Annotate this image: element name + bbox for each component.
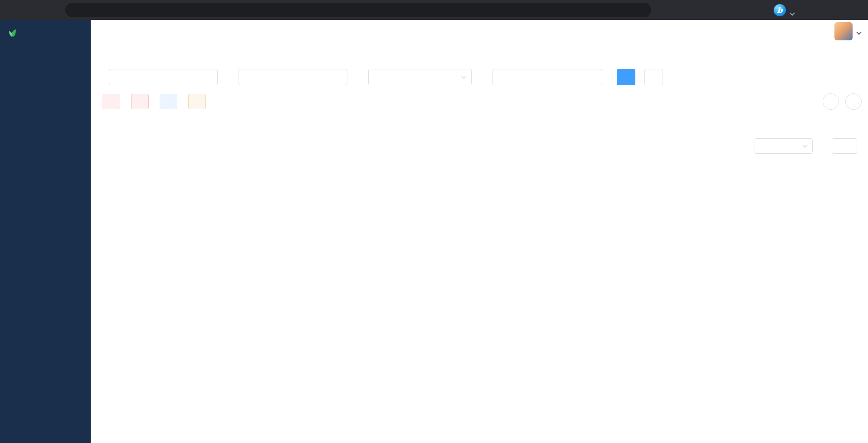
- topbar-actions: [739, 22, 861, 40]
- collapse-sidebar-icon[interactable]: [102, 24, 115, 38]
- font-size-icon[interactable]: [815, 26, 826, 37]
- username-input[interactable]: [239, 69, 347, 85]
- favorites-icon[interactable]: [694, 1, 712, 19]
- browser-home-icon[interactable]: [43, 1, 61, 19]
- pagination: [102, 138, 862, 154]
- table-toolbar: [102, 93, 862, 110]
- collections-icon[interactable]: [713, 1, 731, 19]
- back-icon[interactable]: [5, 1, 23, 19]
- toggle-search-button[interactable]: [823, 93, 839, 110]
- page-content: [91, 61, 868, 443]
- clear-button[interactable]: [131, 94, 149, 109]
- refresh-table-button[interactable]: [845, 93, 862, 110]
- chevron-down-icon[interactable]: [790, 10, 795, 15]
- login-time-range-picker[interactable]: [493, 69, 602, 85]
- search-button[interactable]: [617, 69, 635, 85]
- browser-profile-icon[interactable]: [732, 1, 750, 19]
- unlock-button[interactable]: [160, 94, 177, 109]
- sidebar: [0, 20, 91, 443]
- read-aloud-icon[interactable]: [600, 4, 616, 16]
- address-bar[interactable]: [65, 3, 651, 17]
- help-icon[interactable]: [777, 26, 788, 37]
- chevron-down-icon: [461, 73, 466, 78]
- avatar[interactable]: [834, 22, 853, 40]
- browser-chrome: b: [0, 0, 868, 20]
- search-icon[interactable]: [739, 26, 750, 37]
- login-log-table: [102, 118, 862, 118]
- add-favorite-icon[interactable]: [633, 4, 649, 16]
- page-size-select[interactable]: [755, 138, 813, 154]
- filter-form: [102, 69, 862, 85]
- github-icon[interactable]: [758, 26, 769, 37]
- more-options-icon[interactable]: [751, 1, 769, 19]
- chevron-down-icon: [802, 142, 807, 147]
- avatar-chevron-down-icon[interactable]: [856, 29, 861, 34]
- split-screen-icon[interactable]: [675, 1, 693, 19]
- table-header: [102, 118, 862, 118]
- status-select[interactable]: [368, 69, 472, 85]
- password-key-icon[interactable]: [584, 4, 600, 16]
- refresh-page-icon[interactable]: [24, 1, 42, 19]
- bing-chat-icon[interactable]: b: [774, 4, 786, 16]
- tabs-bar: [91, 43, 868, 61]
- app-logo: [0, 20, 91, 45]
- login-ip-input[interactable]: [109, 69, 218, 85]
- fullscreen-icon[interactable]: [796, 26, 807, 37]
- browser-essentials-icon[interactable]: [656, 1, 674, 19]
- zoom-out-icon[interactable]: [617, 4, 632, 16]
- goto-page-input[interactable]: [832, 138, 857, 154]
- site-info-icon[interactable]: [71, 4, 86, 16]
- delete-button[interactable]: [102, 94, 120, 109]
- leaf-logo-icon: [7, 27, 18, 38]
- export-button[interactable]: [188, 94, 206, 109]
- reset-button[interactable]: [644, 69, 663, 85]
- topbar: [91, 20, 868, 43]
